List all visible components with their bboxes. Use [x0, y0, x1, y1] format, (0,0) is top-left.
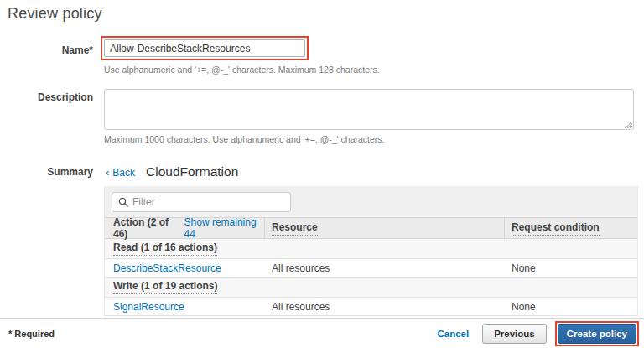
resource-cell: All resources: [265, 262, 505, 274]
create-policy-annotation-highlight: Create policy: [555, 321, 639, 346]
description-label: Description: [0, 89, 104, 103]
action-link-describestackresource[interactable]: DescribeStackResource: [113, 262, 221, 274]
wizard-footer: * Required Cancel Previous Create policy: [0, 318, 644, 348]
name-help-text: Use alphanumeric and '+=,.@-_' character…: [104, 65, 644, 75]
name-annotation-highlight: [101, 36, 309, 60]
required-note: * Required: [8, 329, 55, 339]
policy-description-textarea[interactable]: [104, 89, 634, 130]
request-condition-cell: None: [505, 301, 637, 313]
group-label-write: Write (1 of 19 actions): [113, 280, 217, 294]
table-row: DescribeStackResource All resources None: [105, 259, 637, 278]
table-header-row: Action (2 of 46) Show remaining 44 Resou…: [105, 217, 637, 239]
request-condition-cell: None: [505, 262, 637, 274]
description-help-text: Maximum 1000 characters. Use alphanumeri…: [104, 134, 644, 144]
column-header-resource: Resource: [272, 221, 318, 236]
column-header-action: Action (2 of 46): [113, 216, 181, 240]
name-row: Name* Use alphanumeric and '+=,.@-_' cha…: [0, 36, 644, 75]
search-icon: [118, 197, 128, 207]
summary-row: Summary ‹Back CloudFormation: [0, 164, 644, 179]
show-remaining-link[interactable]: Show remaining 44: [184, 216, 264, 240]
filter-bar: [105, 186, 637, 217]
group-label-read: Read (1 of 16 actions): [113, 242, 217, 256]
column-header-request-condition: Request condition: [512, 221, 600, 236]
table-row: SignalResource All resources None: [105, 298, 637, 316]
chevron-left-icon: ‹: [106, 166, 109, 179]
action-link-signalresource[interactable]: SignalResource: [113, 301, 184, 313]
policy-name-input[interactable]: [104, 39, 305, 57]
back-link-label: Back: [112, 167, 135, 179]
service-name-title: CloudFormation: [146, 164, 238, 179]
cancel-link[interactable]: Cancel: [437, 329, 469, 339]
previous-button[interactable]: Previous: [482, 324, 547, 344]
page-title: Review policy: [0, 0, 644, 23]
policy-summary-panel: Action (2 of 46) Show remaining 44 Resou…: [104, 186, 638, 316]
description-row: Description Maximum 1000 characters. Use…: [0, 89, 644, 144]
back-link[interactable]: ‹Back: [106, 166, 135, 179]
filter-input[interactable]: [132, 194, 290, 210]
filter-input-wrap: [112, 192, 291, 212]
create-policy-button[interactable]: Create policy: [558, 324, 636, 344]
review-policy-page: Review policy Name* Use alphanumeric and…: [0, 0, 644, 316]
summary-label: Summary: [0, 166, 104, 178]
table-group-row-read: Read (1 of 16 actions): [105, 239, 637, 259]
name-label: Name*: [0, 36, 104, 56]
resource-cell: All resources: [265, 301, 505, 313]
table-group-row-write: Write (1 of 19 actions): [105, 278, 637, 298]
